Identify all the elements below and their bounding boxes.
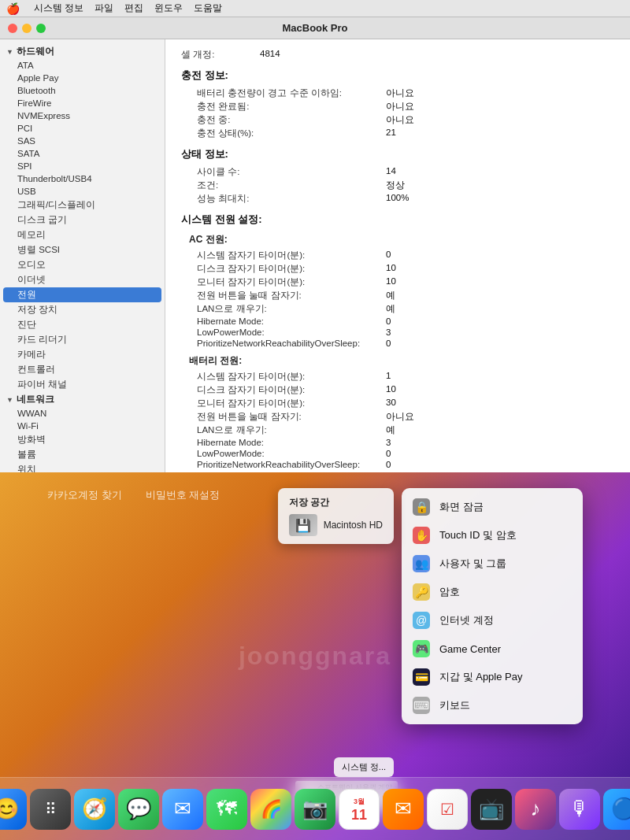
sidebar-item-power[interactable]: 전원 (3, 287, 161, 302)
dock-appletv[interactable]: 📺 (471, 789, 512, 830)
close-button[interactable] (8, 24, 17, 33)
sidebar-item-firewall[interactable]: 방화벽 (0, 432, 165, 447)
dock-launchpad[interactable]: ⠿ (30, 789, 71, 830)
dropdown-security[interactable]: 🔑 암호 (402, 578, 583, 606)
dock-finder2[interactable]: 🔵 (603, 789, 630, 830)
dropdown-touchid[interactable]: ✋ Touch ID 및 암호 (402, 521, 583, 550)
power-btn-sleep-label: 전원 버튼을 눌때 잠자기: (197, 290, 386, 302)
bat-low-power-label: LowPowerMode: (197, 449, 386, 458)
finder-icon: 😊 (0, 797, 19, 821)
dropdown-users[interactable]: 👥 사용자 및 그룹 (402, 550, 583, 578)
dock-photos[interactable]: 🌈 (250, 789, 291, 830)
dock-messages[interactable]: 💬 (118, 789, 159, 830)
sidebar-item-thunderbolt[interactable]: Thunderbolt/USB4 (0, 172, 165, 185)
hardware-label: 하드웨어 (17, 46, 54, 57)
system-power-title: 시스템 전원 설정: (181, 213, 614, 227)
dock-podcasts[interactable]: 🎙 (559, 789, 600, 830)
dock-finder[interactable]: 😊 (0, 789, 27, 830)
dock-mail[interactable]: ✉ (162, 789, 203, 830)
photos-icon: 🌈 (261, 799, 282, 820)
menu-system-info[interactable]: 시스템 정보 (34, 2, 83, 15)
password-text[interactable]: 비밀번호 재설정 (146, 488, 220, 502)
storage-panel: 저장 공간 💾 Macintosh HD (278, 488, 394, 544)
sidebar-item-spi[interactable]: SPI (0, 160, 165, 172)
sidebar-item-audio[interactable]: 오디오 (0, 257, 165, 272)
sidebar-item-camera[interactable]: 카메라 (0, 347, 165, 362)
menubar: 🍎 시스템 정보 파일 편집 윈도우 도움말 (0, 0, 630, 17)
system-info-button[interactable]: 시스템 정... (334, 757, 394, 777)
sidebar-item-parallelscsi[interactable]: 병렬 SCSI (0, 242, 165, 257)
kakao-text[interactable]: 카카오계정 찾기 (47, 488, 122, 502)
calendar-day: 11 (351, 807, 367, 823)
sidebar-item-bluetooth[interactable]: Bluetooth (0, 84, 165, 97)
menu-window[interactable]: 윈도우 (154, 2, 183, 15)
network-section[interactable]: ▼ 네트워크 (0, 392, 165, 407)
monitor-sleep-value: 10 (386, 276, 396, 288)
charge-complete-label: 충전 완료됨: (197, 101, 386, 113)
maps-icon: 🗺 (217, 797, 237, 821)
bat-prioritize-label: PrioritizeNetworkReachabilityOverSleep: (197, 460, 386, 469)
dock-calendar[interactable]: 3월 11 (339, 789, 380, 830)
wallet-icon: 💳 (413, 668, 430, 686)
sidebar-item-ethernet[interactable]: 이더넷 (0, 272, 165, 287)
sidebar-item-diagnostics[interactable]: 진단 (0, 317, 165, 332)
bat-monitor-sleep-label: 모니터 잠자기 타이머(분): (197, 398, 386, 409)
sidebar-item-cardreader[interactable]: 카드 리더기 (0, 332, 165, 347)
minimize-button[interactable] (22, 24, 32, 33)
bat-power-btn-value: 아니요 (386, 411, 414, 423)
dropdown-keyboard[interactable]: ⌨ 키보드 (402, 691, 583, 720)
prioritize-label: PrioritizeNetworkReachabilityOverSleep: (197, 339, 386, 348)
menu-edit[interactable]: 편집 (124, 2, 143, 15)
sidebar-item-fiberchannel[interactable]: 파이버 채널 (0, 377, 165, 392)
menu-file[interactable]: 파일 (94, 2, 113, 15)
bat-disk-sleep-label: 디스크 잠자기 타이머(분): (197, 384, 386, 396)
storage-disk: 💾 Macintosh HD (289, 514, 383, 536)
sidebar-item-graphics[interactable]: 그래픽/디스플레이 (0, 198, 165, 213)
dropdown-internet[interactable]: @ 인터넷 계정 (402, 606, 583, 635)
dock-reminders[interactable]: ☑ (427, 789, 468, 830)
sidebar-item-pci[interactable]: PCI (0, 122, 165, 135)
desktop-area: joonggnara 카카오계정 찾기 비밀번호 재설정 🔒 화면 잠금 ✋ T… (0, 472, 630, 840)
sidebar-item-wifi[interactable]: Wi-Fi (0, 420, 165, 432)
sidebar-item-volume[interactable]: 볼륨 (0, 447, 165, 462)
dropdown-gamecenter[interactable]: 🎮 Game Center (402, 635, 583, 663)
mail-icon: ✉ (174, 797, 191, 821)
dock-safari[interactable]: 🧭 (74, 789, 115, 830)
dock: 😊 ⠿ 🧭 💬 ✉ 🗺 🌈 📷 3월 11 ✉ (0, 777, 630, 840)
appletv-icon: 📺 (479, 797, 504, 821)
dock-maps[interactable]: 🗺 (206, 789, 247, 830)
disk-sleep-label: 디스크 잠자기 타이머(분): (197, 263, 386, 275)
sidebar-item-firewire[interactable]: FireWire (0, 97, 165, 109)
menu-help[interactable]: 도움말 (194, 2, 222, 15)
sidebar-item-usb[interactable]: USB (0, 185, 165, 198)
sidebar-item-wwan[interactable]: WWAN (0, 407, 165, 420)
fullscreen-button[interactable] (36, 24, 46, 33)
dock-music[interactable]: ♪ (515, 789, 556, 830)
window-title: MacBook Pro (282, 22, 347, 34)
sidebar-item-controller[interactable]: 컨트롤러 (0, 362, 165, 377)
cell-count-value: 4814 (260, 49, 280, 61)
bat-prioritize-value: 0 (386, 460, 391, 469)
sidebar-item-sata[interactable]: SATA (0, 147, 165, 160)
sidebar-item-storage[interactable]: 저장 장치 (0, 302, 165, 317)
bat-monitor-sleep-value: 30 (386, 398, 396, 409)
hibernate-value: 0 (386, 316, 391, 326)
charge-percent-label: 충전 상태(%): (197, 128, 386, 139)
sidebar-item-ata[interactable]: ATA (0, 59, 165, 72)
sidebar-item-memory[interactable]: 메모리 (0, 228, 165, 242)
hardware-section[interactable]: ▼ 하드웨어 (0, 44, 165, 59)
sidebar-item-diskburn[interactable]: 디스크 굽기 (0, 213, 165, 228)
condition-label: 조건: (197, 179, 386, 191)
sidebar-item-sas[interactable]: SAS (0, 135, 165, 147)
dock-mail2[interactable]: ✉ (383, 789, 424, 830)
disk-icon: 💾 (289, 514, 317, 536)
sidebar-item-location[interactable]: 위치 (0, 462, 165, 472)
dropdown-screen-lock[interactable]: 🔒 화면 잠금 (402, 493, 583, 521)
dropdown-wallet-label: 지갑 및 Apple Pay (439, 670, 523, 684)
dock-facetime[interactable]: 📷 (295, 789, 335, 830)
sidebar-item-nvmexpress[interactable]: NVMExpress (0, 109, 165, 122)
bat-hibernate-label: Hibernate Mode: (197, 438, 386, 447)
dropdown-wallet[interactable]: 💳 지갑 및 Apple Pay (402, 663, 583, 691)
sidebar-item-applepay[interactable]: Apple Pay (0, 72, 165, 84)
apple-menu-icon[interactable]: 🍎 (6, 2, 20, 15)
